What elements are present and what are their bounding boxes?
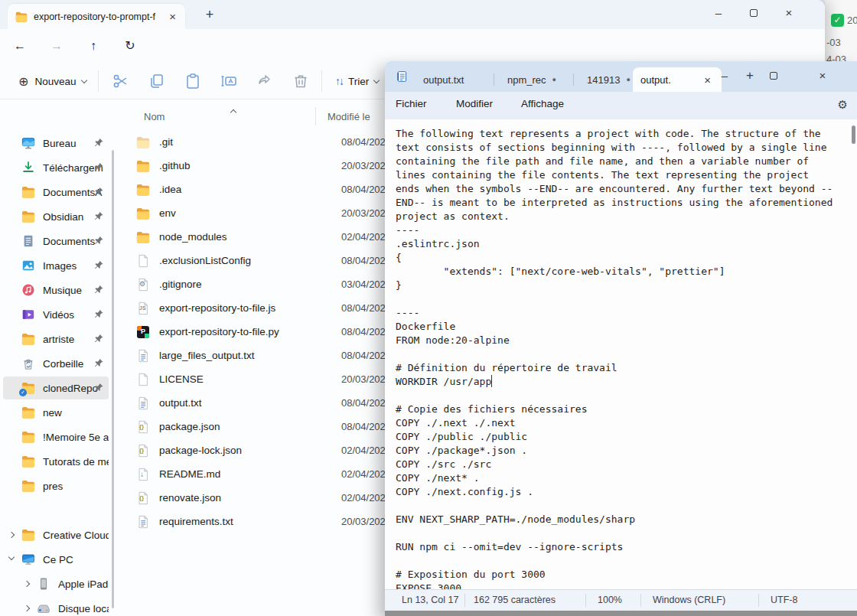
notepad-window: output.txt npm_rec ● 141913 ● output. × … [385,61,857,616]
folder-icon [21,479,35,493]
pin-icon [94,309,104,319]
notepad-tab[interactable]: npm_rec ● [500,67,564,92]
plus-circle-icon: ⊕ [18,74,28,89]
notepad-titlebar[interactable]: output.txt npm_rec ● 141913 ● output. × … [385,61,857,92]
pycharm-file-icon: P [136,325,150,339]
text-caret [491,375,492,387]
pin-icon [94,260,104,270]
gear-glyph: ⚙ [139,280,145,288]
notepad-tab[interactable]: output.txt [415,67,471,92]
sidebar-item-tutorats[interactable]: Tutorats de mé [3,450,109,473]
notepad-app-icon [396,70,408,83]
new-tab-button[interactable]: + [200,7,219,23]
sync-check-badge: ✓ [19,389,27,396]
notepad-tab[interactable]: 141913 ● [579,67,638,92]
status-encoding[interactable]: UTF-8 [771,595,797,605]
unsaved-dot-icon: ● [626,76,630,83]
folder-icon [136,230,150,244]
new-tab-button[interactable]: + [746,68,754,83]
minimize-button[interactable]: – [707,63,742,90]
copy-icon[interactable] [148,72,166,90]
up-icon[interactable]: ↑ [83,35,104,57]
explorer-tab-strip: export-repository-to-prompt-f × + – × [0,0,825,29]
file-icon [136,254,150,268]
sidebar-item-musique[interactable]: Musique [3,279,109,301]
column-name[interactable]: Nom [144,111,165,122]
delete-icon[interactable] [292,72,310,90]
folder-icon [21,210,35,223]
status-zoom-level[interactable]: 100% [598,595,622,605]
menu-file[interactable]: Fichier [396,98,427,109]
folder-icon [21,185,35,199]
sidebar-item-obsidian[interactable]: Obsidian [3,205,109,228]
sidebar-item-disque-local[interactable]: Disque local (C [3,597,109,616]
new-button[interactable]: ⊕ Nouveau [12,70,93,92]
notepad-scrollbar[interactable] [852,125,855,144]
sidebar-item-videos[interactable]: Vidéos [3,303,109,326]
video-icon [21,308,35,321]
sidebar-item-documents[interactable]: Documents [3,230,109,253]
close-button[interactable]: × [771,0,806,28]
folder-icon [21,528,35,542]
column-modified[interactable]: Modifié le [327,111,370,122]
sidebar-item-telechargements[interactable]: Téléchargem [3,156,109,179]
minimize-button[interactable]: – [701,0,736,28]
sidebar-item-memoire[interactable]: !Memoire 5e an [3,425,109,448]
settings-gear-icon[interactable]: ⚙ [838,98,848,112]
sidebar-scrollbar[interactable] [112,150,114,608]
maximize-button[interactable] [756,63,791,90]
sidebar-item-clonedrepo[interactable]: ✓ clonedRepo [3,376,109,399]
maximize-button[interactable] [736,0,771,28]
pin-icon [94,383,104,393]
sidebar-item-documentsa[interactable]: DocumentsA [3,181,109,204]
status-cursor-position: Ln 13, Col 17 [402,595,458,605]
sidebar-item-corbeille[interactable]: Corbeille [3,352,109,375]
close-button[interactable]: × [805,63,840,90]
recycle-bin-icon [21,357,35,370]
folder-icon [15,11,28,23]
folder-icon [21,430,35,444]
refresh-icon[interactable]: ↻ [119,35,141,57]
paste-icon[interactable] [184,72,202,90]
status-line-ending[interactable]: Windows (CRLF) [653,595,725,605]
background-text: 20 [847,15,857,26]
file-icon [136,373,150,386]
this-pc-icon [21,552,35,566]
downloads-icon [21,161,35,174]
chevron-right-icon[interactable] [8,532,15,538]
txt-file-icon [136,396,150,410]
pin-icon [94,138,104,148]
rename-icon[interactable] [220,72,238,90]
forward-icon[interactable]: → [46,35,67,57]
pin-icon [94,358,104,368]
sidebar-item-new[interactable]: new [3,401,109,424]
notepad-text: The following text represents a project … [385,119,857,589]
menu-view[interactable]: Affichage [521,98,564,109]
sidebar-item-pres[interactable]: pres [3,474,109,497]
cut-icon[interactable] [112,72,130,90]
explorer-tab[interactable]: export-repository-to-prompt-f × [8,4,185,29]
notepad-statusbar: Ln 13, Col 17 162 795 caractères 100% Wi… [385,589,857,611]
sidebar-item-creative-cloud[interactable]: Creative Cloud F [3,523,109,546]
sidebar-item-ce-pc[interactable]: Ce PC [3,548,109,571]
notepad-text-area[interactable]: The following text represents a project … [385,119,857,589]
share-icon[interactable] [256,72,274,90]
chevron-right-icon[interactable] [24,605,30,611]
menu-edit[interactable]: Modifier [456,98,493,109]
sidebar-item-apple-ipad[interactable]: Apple iPad [3,572,109,595]
back-icon[interactable]: ← [9,35,31,57]
pin-icon [94,334,104,344]
drive-icon [37,601,51,615]
sidebar-item-images[interactable]: Images [3,254,109,277]
tab-close-icon[interactable]: × [166,10,179,23]
document-icon [21,234,35,248]
folder-icon [21,455,35,468]
chevron-down-icon[interactable] [8,554,15,560]
sort-button[interactable]: ↑↓ Trier [335,70,379,92]
chevron-right-icon[interactable] [24,581,30,587]
new-button-label: Nouveau [34,76,76,87]
pin-icon [94,162,104,172]
sidebar-item-bureau[interactable]: Bureau [3,132,109,155]
sidebar-item-artriste[interactable]: artriste [3,328,109,350]
txt-file-icon [136,349,150,363]
